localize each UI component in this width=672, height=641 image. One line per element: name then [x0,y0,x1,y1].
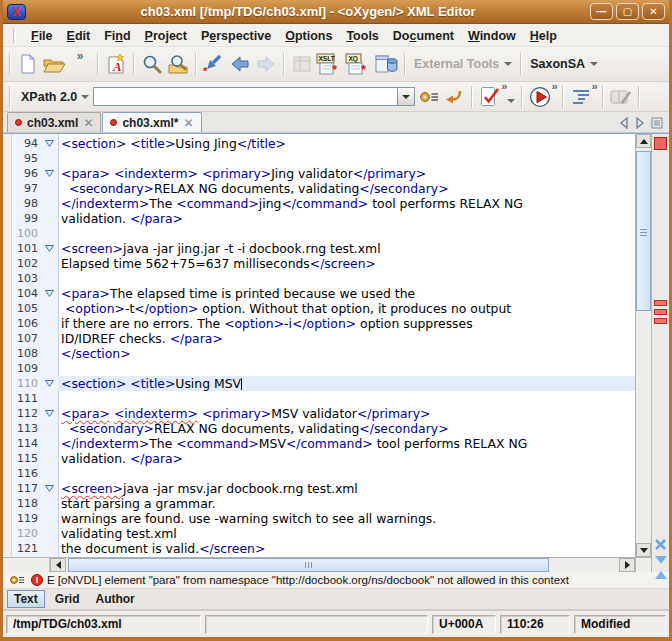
move-to-caret-icon[interactable] [441,84,467,110]
fold-toggle-icon[interactable] [41,485,58,492]
format-indent-button[interactable] [568,84,594,110]
xslt-debugger-icon[interactable]: XSLT* [315,51,344,77]
code-line[interactable]: 94<section> <title>Using Jing</title> [3,136,635,151]
code-line[interactable]: 97 <secondary>RELAX NG documents, valida… [3,181,635,196]
new-styled-document-icon[interactable]: A [103,51,129,77]
menu-document[interactable]: Document [386,27,461,45]
clear-markers-icon[interactable] [654,538,667,551]
code-line[interactable]: 99validation. </para> [3,211,635,226]
code-line[interactable]: 106if there are no errors. The <option>-… [3,316,635,331]
message-options-icon[interactable] [7,573,27,587]
code-line[interactable]: 115validation. </para> [3,451,635,466]
validate-button[interactable] [477,84,503,110]
code-line[interactable]: 102Elapsed time 562+75=637 milliseconds<… [3,256,635,271]
code-line[interactable]: 104<para>The elapsed time is printed bec… [3,286,635,301]
mode-tab-grid[interactable]: Grid [49,591,86,607]
code-line[interactable]: 112<para> <indexterm> <primary>MSV valid… [3,406,635,421]
menu-file[interactable]: File [24,27,60,45]
code-line[interactable]: 98</indexterm>The <command>jing</command… [3,196,635,211]
code-line[interactable]: 105 <option>-t</option> option. Without … [3,301,635,316]
fold-toggle-icon[interactable] [41,410,58,417]
overflow-chevron-icon[interactable]: » [67,51,93,77]
code-line[interactable]: 119warnings are found. use -warning swit… [3,511,635,526]
fold-toggle-icon[interactable] [41,290,58,297]
vertical-scroll-thumb[interactable] [636,151,651,311]
code-line[interactable]: 121the document is valid.</screen> [3,541,635,556]
scroll-up-button[interactable] [636,134,651,148]
code-line[interactable]: 118start parsing a grammar. [3,496,635,511]
svg-text:XQ: XQ [348,55,358,63]
code-line[interactable]: 110<section> <title>Using MSV [3,376,635,391]
fold-toggle-icon[interactable] [41,140,58,147]
maximize-button[interactable]: ▢ [616,3,639,20]
code-line[interactable]: 114</indexterm>The <command>MSV</command… [3,436,635,451]
code-line[interactable]: 95 [3,151,635,166]
code-line[interactable]: 96<para> <indexterm> <primary>Jing valid… [3,166,635,181]
validation-error-message[interactable]: E [oNVDL] element "para" from namespace … [47,574,569,586]
xpath-version-selector[interactable]: XPath 2.0 [21,90,89,104]
fold-toggle-icon[interactable] [41,380,58,387]
error-mark[interactable] [654,309,667,315]
search-in-files-icon[interactable] [165,51,191,77]
code-line[interactable]: 120validating test.xml [3,526,635,541]
last-edit-location-icon[interactable]: * [201,51,227,77]
vertical-scrollbar[interactable] [635,134,651,557]
scroll-tabs-left-icon[interactable] [619,117,629,129]
code-line[interactable]: 113 <secondary>RELAX NG documents, valid… [3,421,635,436]
document-status-indicator[interactable] [654,137,667,150]
error-mark[interactable] [654,300,667,306]
xpath-combo-dropdown[interactable] [397,88,414,105]
code-line[interactable]: 101<screen>java -jar jing.jar -t -i docb… [3,241,635,256]
xquery-debugger-icon[interactable]: XQ* [344,51,373,77]
overview-ruler[interactable] [651,134,669,572]
xpath-settings-icon[interactable] [415,84,441,110]
menu-edit[interactable]: Edit [60,27,98,45]
new-document-icon[interactable] [15,51,41,77]
mode-tab-author[interactable]: Author [89,591,140,607]
document-tab-ch03.xml[interactable]: ch03.xml*✕ [102,112,201,132]
fold-toggle-icon[interactable] [41,170,58,177]
fold-toggle-icon[interactable] [41,245,58,252]
minimize-button[interactable]: — [590,3,613,20]
scroll-tabs-right-icon[interactable] [635,117,645,129]
tab-close-icon[interactable]: ✕ [183,117,193,129]
menu-project[interactable]: Project [138,27,194,45]
search-icon[interactable] [139,51,165,77]
saxonsa-button[interactable]: SaxonSA [526,57,602,71]
code-line[interactable]: 116 [3,466,635,481]
code-line[interactable]: 103 [3,271,635,286]
document-tab-ch03.xml[interactable]: ch03.xml✕ [7,112,101,132]
validate-dropdown-icon[interactable] [507,99,515,103]
open-folder-icon[interactable] [41,51,67,77]
scroll-down-button[interactable] [636,543,651,557]
menu-find[interactable]: Find [97,27,137,45]
code-line[interactable]: 111 [3,391,635,406]
code-editor[interactable]: 94<section> <title>Using Jing</title>959… [3,134,635,557]
menu-tools[interactable]: Tools [339,27,385,45]
menu-window[interactable]: Window [461,27,523,45]
menu-options[interactable]: Options [278,27,339,45]
scroll-left-button[interactable] [50,558,66,572]
horizontal-scroll-thumb[interactable] [68,558,549,572]
error-mark[interactable] [654,318,667,324]
horizontal-scrollbar[interactable] [3,557,635,572]
menu-perspective[interactable]: Perspective [194,27,278,45]
code-line[interactable]: 117<screen>java -jar msv.jar docbook.rng… [3,481,635,496]
menu-help[interactable]: Help [523,27,564,45]
mode-tab-text[interactable]: Text [7,590,45,608]
code-line[interactable]: 107ID/IDREF checks. </para> [3,331,635,346]
code-text [58,466,635,481]
close-button[interactable]: ✕ [642,3,665,20]
database-perspective-icon[interactable] [373,51,400,77]
apply-transformation-button[interactable] [527,84,553,110]
code-line[interactable]: 109 [3,361,635,376]
code-line[interactable]: 108</section> [3,346,635,361]
titlebar[interactable]: X ch03.xml [/tmp/TDG/ch03.xml] - <oXygen… [3,0,669,24]
xpath-input[interactable] [94,88,397,105]
back-arrow-icon[interactable] [227,51,253,77]
scroll-right-button[interactable] [619,558,635,572]
code-line[interactable]: 100 [3,226,635,241]
next-message-icon[interactable] [655,564,667,582]
tab-list-icon[interactable] [651,117,663,129]
tab-close-icon[interactable]: ✕ [83,117,93,129]
